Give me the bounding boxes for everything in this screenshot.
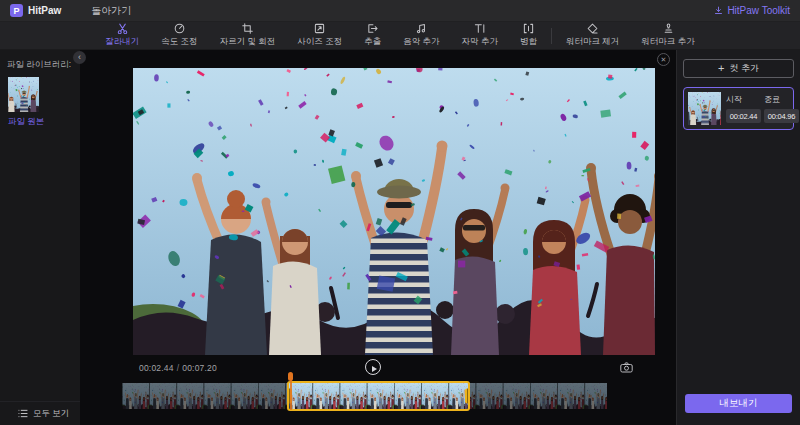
watermark-add-icon <box>663 23 674 34</box>
file-library-sidebar: 파일 라이브러리: 파일 원본 모두 보기 <box>0 50 80 425</box>
clip-end-input[interactable]: 00:04.96 <box>764 109 799 123</box>
tool-speed[interactable]: 속도 조정 <box>150 22 208 49</box>
add-cut-label: 컷 추가 <box>729 62 759 75</box>
tool-label: 속도 조정 <box>161 36 197 48</box>
cut-panel: + 컷 추가 시작 종료 00:02.44 00:04.96 내보내기 <box>676 50 800 425</box>
view-all-label: 모두 보기 <box>33 408 69 420</box>
camera-icon <box>620 362 633 373</box>
tool-label: 사이즈 조정 <box>297 36 342 48</box>
file-item-label: 파일 원본 <box>8 116 80 128</box>
play-button[interactable] <box>365 359 381 375</box>
tool-watermark-remove[interactable]: 워터마크 제거 <box>555 22 630 49</box>
tool-label: 자르기 및 회전 <box>220 36 276 48</box>
tool-label: 워터마크 추가 <box>641 36 694 48</box>
playhead-cap <box>288 372 293 381</box>
video-preview <box>133 68 655 355</box>
top-bar: P HitPaw 돌아가기 HitPaw Toolkit <box>0 0 800 22</box>
total-time: 00:07.20 <box>182 363 217 373</box>
timeline <box>122 383 607 409</box>
tool-resize[interactable]: 사이즈 조정 <box>286 22 353 49</box>
snapshot-button[interactable] <box>619 361 633 373</box>
merge-icon <box>523 23 534 34</box>
toolkit-link[interactable]: HitPaw Toolkit <box>714 5 790 16</box>
resize-icon <box>314 23 325 34</box>
video-scene <box>133 68 655 355</box>
tool-label: 자막 추가 <box>462 36 498 48</box>
tool-label: 잘라내기 <box>105 36 139 48</box>
preview-stage: ‹ ✕ <box>80 50 676 425</box>
list-icon <box>18 409 28 418</box>
add-cut-button[interactable]: + 컷 추가 <box>683 59 794 78</box>
hitpaw-app-window: P HitPaw 돌아가기 HitPaw Toolkit 잘라내기 속도 조정 <box>0 0 800 425</box>
tool-label: 병합 <box>520 36 537 48</box>
playback-controls: 00:02.44/00:07.20 <box>133 355 655 381</box>
toolbar-separator <box>551 28 552 44</box>
extract-icon <box>367 23 378 34</box>
tool-cut[interactable]: 잘라내기 <box>94 22 150 49</box>
time-display: 00:02.44/00:07.20 <box>139 363 217 373</box>
toolkit-link-label: HitPaw Toolkit <box>727 5 790 16</box>
tool-add-subtitle[interactable]: 자막 추가 <box>451 22 509 49</box>
playhead[interactable] <box>288 372 293 410</box>
music-note-icon <box>416 23 427 34</box>
speedometer-icon <box>174 23 185 34</box>
tool-add-music[interactable]: 음악 추가 <box>392 22 450 49</box>
tool-extract[interactable]: 추출 <box>353 22 392 49</box>
panel-spacer <box>683 130 794 394</box>
download-icon <box>714 6 723 15</box>
sidebar-collapse-button[interactable]: ‹ <box>73 51 86 64</box>
time-separator: / <box>177 363 180 373</box>
trim-selection[interactable] <box>287 381 470 411</box>
clip-times: 시작 종료 00:02.44 00:04.96 <box>726 94 799 123</box>
tool-label: 워터마크 제거 <box>566 36 619 48</box>
tool-merge[interactable]: 병합 <box>509 22 548 49</box>
clip-start-label: 시작 <box>726 94 761 105</box>
clip-thumbnail <box>688 92 721 125</box>
tool-label: 음악 추가 <box>403 36 439 48</box>
back-button[interactable]: 돌아가기 <box>91 4 131 18</box>
tool-label: 추출 <box>364 36 381 48</box>
watermark-remove-icon <box>587 23 598 34</box>
tools-toolbar: 잘라내기 속도 조정 자르기 및 회전 사이즈 조정 추출 <box>0 22 800 50</box>
festival-scene <box>133 68 655 355</box>
subtitle-icon <box>474 23 485 34</box>
current-time: 00:02.44 <box>139 363 174 373</box>
trim-handle-right[interactable] <box>465 389 470 404</box>
plus-icon: + <box>718 63 724 74</box>
file-thumbnail[interactable] <box>8 77 39 112</box>
scissors-icon <box>117 23 128 34</box>
close-preview-button[interactable]: ✕ <box>657 53 670 66</box>
clip-start-input[interactable]: 00:02.44 <box>726 109 761 123</box>
library-title: 파일 라이브러리: <box>0 50 80 77</box>
app-name: HitPaw <box>28 5 61 16</box>
content-area: 파일 라이브러리: 파일 원본 모두 보기 ‹ ✕ <box>0 50 800 425</box>
clip-card[interactable]: 시작 종료 00:02.44 00:04.96 <box>683 87 794 130</box>
app-logo: P HitPaw <box>10 4 61 17</box>
view-all-button[interactable]: 모두 보기 <box>0 401 80 425</box>
hitpaw-logo-icon: P <box>10 4 23 17</box>
crop-rotate-icon <box>242 23 253 34</box>
tool-watermark-add[interactable]: 워터마크 추가 <box>630 22 705 49</box>
clip-end-label: 종료 <box>764 94 799 105</box>
export-button[interactable]: 내보내기 <box>685 394 792 413</box>
tool-crop-rotate[interactable]: 자르기 및 회전 <box>209 22 287 49</box>
